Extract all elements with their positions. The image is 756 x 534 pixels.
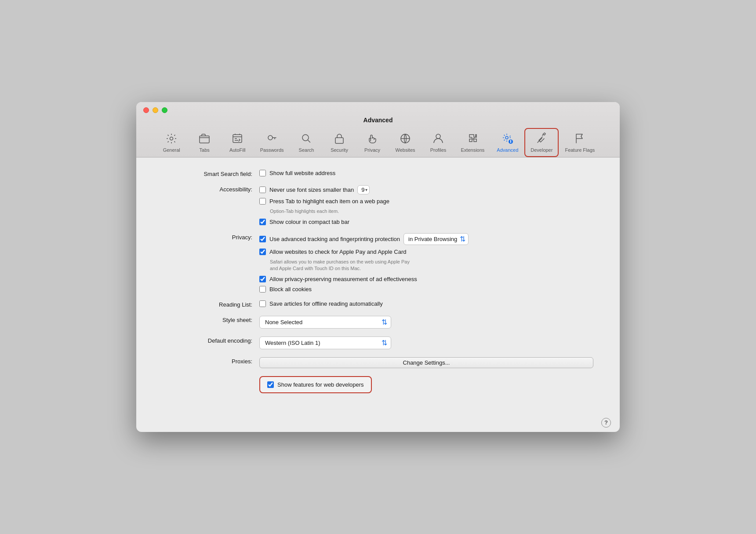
compact-tab-checkbox[interactable]	[259, 219, 266, 225]
tracking-checkbox[interactable]	[259, 236, 266, 242]
svg-rect-5	[335, 138, 343, 143]
encoding-arrow: ⇅	[382, 339, 387, 347]
puzzle-icon	[465, 132, 480, 146]
encoding-controls: Western (ISO Latin 1) ⇅	[259, 336, 593, 349]
tab-tabs-label: Tabs	[200, 147, 210, 153]
reading-list-label: Reading List:	[163, 300, 259, 308]
tab-websites[interactable]: Websites	[389, 128, 422, 157]
reading-list-row: Reading List: Save articles for offline …	[163, 300, 593, 308]
tab-highlight-row: Press Tab to highlight each item on a we…	[259, 198, 593, 205]
apple-pay-checkbox[interactable]	[259, 249, 266, 255]
tab-extensions-label: Extensions	[461, 147, 485, 153]
save-offline-row: Save articles for offline reading automa…	[259, 300, 593, 307]
tab-profiles-label: Profiles	[430, 147, 447, 153]
svg-point-4	[302, 135, 309, 141]
tabs-icon	[197, 132, 211, 146]
tab-developer-label: Developer	[531, 147, 552, 153]
tab-general-label: General	[163, 147, 180, 153]
svg-point-0	[170, 137, 173, 140]
key-icon	[265, 132, 279, 146]
apple-pay-row: Allow websites to check for Apple Pay an…	[259, 249, 593, 255]
private-browsing-value: in Private Browsing	[408, 236, 457, 242]
gear-badge-icon	[501, 132, 515, 146]
private-browsing-select[interactable]: in Private Browsing ⇅	[403, 233, 469, 245]
tab-hint-text: Option-Tab highlights each item.	[270, 208, 593, 215]
proxies-controls: Change Settings...	[259, 357, 593, 368]
save-offline-checkbox[interactable]	[259, 300, 266, 307]
preferences-window: Advanced General	[136, 102, 620, 432]
font-size-label: Never use font sizes smaller than	[269, 187, 354, 193]
encoding-value: Western (ISO Latin 1)	[265, 340, 320, 346]
tab-search[interactable]: Search	[290, 128, 323, 157]
ad-measurement-checkbox[interactable]	[259, 276, 266, 282]
compact-tab-row: Show colour in compact tab bar	[259, 219, 593, 225]
tab-feature-flags[interactable]: Feature Flags	[559, 128, 601, 157]
tab-highlight-checkbox[interactable]	[259, 198, 266, 205]
privacy-label: Privacy:	[163, 233, 259, 241]
tab-tabs[interactable]: Tabs	[188, 128, 221, 157]
font-size-select[interactable]: 9 ▾	[357, 185, 370, 194]
block-cookies-label: Block all cookies	[269, 286, 312, 293]
settings-content: Smart Search field: Show full website ad…	[136, 157, 620, 413]
show-full-address-label: Show full website address	[269, 170, 335, 176]
smart-search-controls: Show full website address	[259, 170, 593, 176]
developer-checkbox[interactable]	[267, 381, 274, 388]
save-offline-label: Save articles for offline reading automa…	[269, 300, 383, 307]
tab-autofill[interactable]: AutoFill	[221, 128, 254, 157]
developer-label: Show features for web developers	[277, 381, 364, 388]
maximize-button[interactable]	[162, 107, 167, 113]
help-button[interactable]: ?	[601, 418, 611, 428]
compact-tab-label: Show colour in compact tab bar	[269, 219, 349, 225]
tab-privacy[interactable]: Privacy	[356, 128, 389, 157]
encoding-label: Default encoding:	[163, 336, 259, 344]
tab-security[interactable]: Security	[323, 128, 356, 157]
toolbar: General Tabs	[143, 128, 613, 157]
svg-point-3	[268, 135, 273, 140]
tab-security-label: Security	[331, 147, 348, 153]
font-size-value: 9	[361, 187, 364, 193]
svg-rect-2	[233, 135, 242, 143]
font-size-row: Never use font sizes smaller than 9 ▾	[259, 185, 593, 194]
ad-measurement-row: Allow privacy-preserving measurement of …	[259, 276, 593, 282]
font-size-arrow: ▾	[365, 187, 367, 192]
developer-controls: Show features for web developers	[259, 376, 593, 393]
tab-feature-flags-label: Feature Flags	[565, 147, 595, 153]
tab-advanced[interactable]: Advanced	[491, 128, 524, 157]
style-sheet-select[interactable]: None Selected ⇅	[259, 316, 391, 329]
tab-extensions[interactable]: Extensions	[455, 128, 491, 157]
privacy-controls: Use advanced tracking and fingerprinting…	[259, 233, 593, 293]
flag-icon	[573, 132, 587, 146]
apple-pay-hint: Safari allows you to make purchases on t…	[270, 259, 593, 272]
tab-developer[interactable]: Developer	[524, 128, 559, 157]
font-size-checkbox[interactable]	[259, 187, 266, 193]
block-cookies-checkbox[interactable]	[259, 286, 266, 293]
proxies-row: Proxies: Change Settings...	[163, 357, 593, 368]
autofill-icon	[230, 132, 244, 146]
encoding-select[interactable]: Western (ISO Latin 1) ⇅	[259, 336, 391, 349]
minimize-button[interactable]	[153, 107, 158, 113]
show-full-address-row: Show full website address	[259, 170, 593, 176]
tab-advanced-label: Advanced	[497, 147, 518, 153]
developer-checkbox-container: Show features for web developers	[259, 376, 372, 393]
tab-general[interactable]: General	[155, 128, 188, 157]
change-settings-button[interactable]: Change Settings...	[259, 357, 593, 368]
tab-passwords[interactable]: Passwords	[254, 128, 290, 157]
style-sheet-label: Style sheet:	[163, 316, 259, 323]
developer-row: Show features for web developers	[163, 376, 593, 393]
style-sheet-arrow: ⇅	[382, 318, 387, 326]
style-sheet-value: None Selected	[265, 319, 302, 326]
accessibility-label: Accessibility:	[163, 185, 259, 193]
tab-autofill-label: AutoFill	[229, 147, 246, 153]
show-full-address-checkbox[interactable]	[259, 170, 266, 176]
style-sheet-row: Style sheet: None Selected ⇅	[163, 316, 593, 329]
lock-icon	[332, 132, 346, 146]
tab-search-label: Search	[299, 147, 314, 153]
tab-profiles[interactable]: Profiles	[422, 128, 455, 157]
gear-icon	[164, 132, 178, 146]
encoding-row: Default encoding: Western (ISO Latin 1) …	[163, 336, 593, 349]
bottom-bar: ?	[136, 413, 620, 432]
privacy-row: Privacy: Use advanced tracking and finge…	[163, 233, 593, 293]
close-button[interactable]	[143, 107, 149, 113]
tab-passwords-label: Passwords	[260, 147, 284, 153]
developer-empty-label	[163, 376, 259, 377]
